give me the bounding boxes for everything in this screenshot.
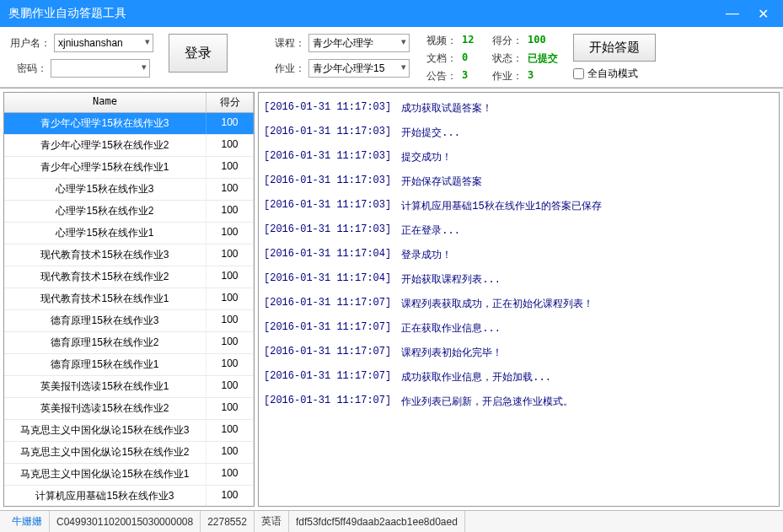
stats-panel: 视频： 12 得分： 100 文档： 0 状态： 已提交 公告： 3 作业： 3 xyxy=(426,34,558,83)
status-cell: 英语 xyxy=(255,511,289,532)
log-message: 登录成功！ xyxy=(401,248,452,262)
log-message: 提交成功！ xyxy=(401,150,452,164)
log-message: 课程列表获取成功，正在初始化课程列表！ xyxy=(401,297,593,311)
cell-score: 100 xyxy=(206,266,254,287)
cell-name: 马克思主义中国化纵论15秋在线作业3 xyxy=(4,420,206,441)
homework-select[interactable]: 青少年心理学15 xyxy=(308,59,410,78)
log-message: 开始获取课程列表... xyxy=(401,272,501,287)
cell-name: 心理学15秋在线作业2 xyxy=(4,201,206,222)
table-row[interactable]: 英美报刊选读15秋在线作业1100 xyxy=(4,376,254,398)
table-row[interactable]: 德育原理15秋在线作业1100 xyxy=(4,354,254,376)
log-timestamp: [2016-01-31 11:17:04] xyxy=(264,272,391,287)
hwcount-value: 3 xyxy=(528,69,553,83)
log-line: [2016-01-31 11:17:07]正在获取作业信息... xyxy=(262,316,775,341)
cell-score: 100 xyxy=(206,354,254,375)
table-row[interactable]: 现代教育技术15秋在线作业1100 xyxy=(4,288,254,310)
table-row[interactable]: 马克思主义中国化纵论15秋在线作业1100 xyxy=(4,464,254,486)
course-label: 课程： xyxy=(268,36,305,51)
cell-name: 德育原理15秋在线作业2 xyxy=(4,332,206,353)
close-icon[interactable]: ✕ xyxy=(751,2,775,25)
cell-name: 现代教育技术15秋在线作业3 xyxy=(4,245,206,266)
cell-score: 100 xyxy=(206,420,254,441)
cell-score: 100 xyxy=(206,310,254,331)
table-row[interactable]: 现代教育技术15秋在线作业3100 xyxy=(4,245,254,266)
grid-body[interactable]: 青少年心理学15秋在线作业3100青少年心理学15秋在线作业2100青少年心理学… xyxy=(4,113,254,506)
minimize-icon[interactable]: — xyxy=(721,2,744,25)
log-line: [2016-01-31 11:17:04]登录成功！ xyxy=(262,243,775,267)
grid-header-score[interactable]: 得分 xyxy=(206,93,254,112)
course-select[interactable]: 青少年心理学 xyxy=(308,34,410,52)
score-value: 100 xyxy=(528,34,553,48)
log-line: [2016-01-31 11:17:03]开始保存试题答案 xyxy=(262,169,775,194)
log-line: [2016-01-31 11:17:03]计算机应用基础15秋在线作业1的答案已… xyxy=(262,194,775,218)
log-message: 开始提交... xyxy=(401,126,460,140)
cell-score: 100 xyxy=(206,157,254,178)
cell-name: 青少年心理学15秋在线作业3 xyxy=(4,113,206,134)
username-label: 用户名： xyxy=(10,36,51,51)
cell-score: 100 xyxy=(206,376,254,397)
table-row[interactable]: 马克思主义中国化纵论15秋在线作业2100 xyxy=(4,442,254,464)
cell-name: 德育原理15秋在线作业3 xyxy=(4,310,206,331)
cell-score: 100 xyxy=(206,442,254,463)
table-row[interactable]: 青少年心理学15秋在线作业2100 xyxy=(4,135,254,157)
video-label: 视频： xyxy=(426,34,457,48)
table-row[interactable]: 计算机应用基础15秋在线作业3100 xyxy=(4,486,254,506)
login-button[interactable]: 登录 xyxy=(169,34,228,73)
status-cell: 牛姗姗 xyxy=(5,511,50,532)
auto-mode-checkbox[interactable]: 全自动模式 xyxy=(573,67,656,81)
start-button[interactable]: 开始答题 xyxy=(573,34,656,62)
log-timestamp: [2016-01-31 11:17:03] xyxy=(264,101,391,116)
score-label: 得分： xyxy=(492,34,523,48)
cell-score: 100 xyxy=(206,179,254,200)
table-row[interactable]: 心理学15秋在线作业3100 xyxy=(4,179,254,201)
password-field[interactable] xyxy=(51,59,150,78)
log-message: 课程列表初始化完毕！ xyxy=(401,346,502,360)
cell-score: 100 xyxy=(206,288,254,309)
username-field[interactable] xyxy=(54,34,153,52)
cell-score: 100 xyxy=(206,398,254,419)
homework-label: 作业： xyxy=(268,62,305,76)
table-row[interactable]: 马克思主义中国化纵论15秋在线作业3100 xyxy=(4,420,254,442)
cell-name: 现代教育技术15秋在线作业1 xyxy=(4,288,206,309)
table-row[interactable]: 青少年心理学15秋在线作业1100 xyxy=(4,157,254,179)
table-row[interactable]: 德育原理15秋在线作业2100 xyxy=(4,332,254,354)
cell-score: 100 xyxy=(206,201,254,222)
window-title: 奥鹏作业自动答题工具 xyxy=(8,6,721,21)
auto-mode-input[interactable] xyxy=(573,68,584,79)
table-row[interactable]: 现代教育技术15秋在线作业2100 xyxy=(4,266,254,288)
log-timestamp: [2016-01-31 11:17:03] xyxy=(264,199,391,213)
grid-header-name[interactable]: Name xyxy=(4,93,206,112)
log-message: 成功获取试题答案！ xyxy=(401,101,492,116)
status-label: 状态： xyxy=(492,51,523,66)
titlebar: 奥鹏作业自动答题工具 — ✕ xyxy=(0,0,783,27)
doc-label: 文档： xyxy=(426,51,457,66)
cell-score: 100 xyxy=(206,245,254,266)
table-row[interactable]: 心理学15秋在线作业1100 xyxy=(4,223,254,245)
log-timestamp: [2016-01-31 11:17:07] xyxy=(264,346,391,360)
log-panel[interactable]: [2016-01-31 11:17:03]成功获取试题答案！[2016-01-3… xyxy=(258,92,780,507)
status-value: 已提交 xyxy=(528,51,558,66)
log-line: [2016-01-31 11:17:03]提交成功！ xyxy=(262,145,775,169)
log-message: 正在登录... xyxy=(401,223,460,238)
cell-name: 青少年心理学15秋在线作业2 xyxy=(4,135,206,156)
cell-name: 计算机应用基础15秋在线作业3 xyxy=(4,486,206,506)
cell-score: 100 xyxy=(206,464,254,485)
cell-score: 100 xyxy=(206,486,254,506)
log-line: [2016-01-31 11:17:07]作业列表已刷新，开启急速作业模式。 xyxy=(262,390,775,414)
cell-score: 100 xyxy=(206,332,254,353)
log-timestamp: [2016-01-31 11:17:07] xyxy=(264,370,391,384)
log-line: [2016-01-31 11:17:03]成功获取试题答案！ xyxy=(262,96,775,121)
auto-mode-label: 全自动模式 xyxy=(587,67,638,81)
table-row[interactable]: 青少年心理学15秋在线作业3100 xyxy=(4,113,254,135)
log-timestamp: [2016-01-31 11:17:07] xyxy=(264,395,391,409)
table-row[interactable]: 心理学15秋在线作业2100 xyxy=(4,201,254,223)
window-controls: — ✕ xyxy=(721,2,775,25)
homework-grid: Name 得分 青少年心理学15秋在线作业3100青少年心理学15秋在线作业21… xyxy=(3,92,255,507)
table-row[interactable]: 德育原理15秋在线作业3100 xyxy=(4,310,254,332)
grid-header: Name 得分 xyxy=(4,93,254,113)
cell-name: 心理学15秋在线作业3 xyxy=(4,179,206,200)
log-timestamp: [2016-01-31 11:17:04] xyxy=(264,248,391,262)
table-row[interactable]: 英美报刊选读15秋在线作业2100 xyxy=(4,398,254,420)
app-window: 奥鹏作业自动答题工具 — ✕ 用户名： 密码： 登录 课程： 青少年心理学 作业… xyxy=(0,0,783,532)
cell-name: 马克思主义中国化纵论15秋在线作业2 xyxy=(4,442,206,463)
